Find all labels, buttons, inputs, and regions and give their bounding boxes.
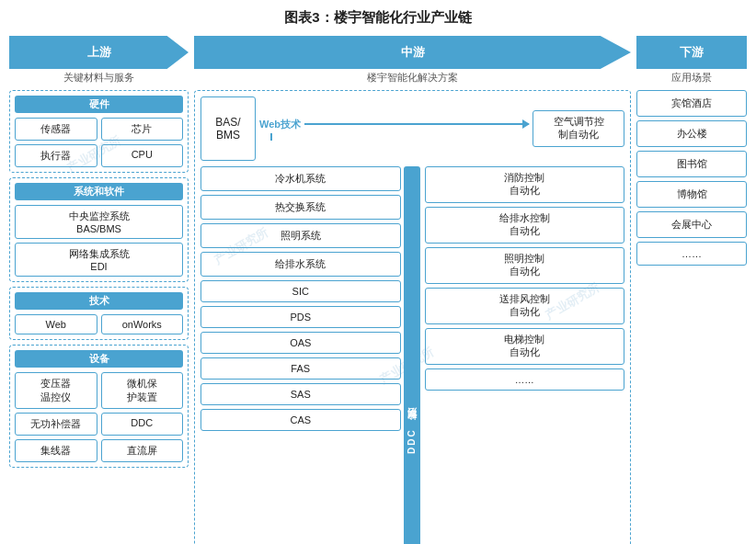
downstream-item-6: …… <box>636 242 747 266</box>
downstream-arrow: 下游 <box>636 36 747 69</box>
hardware-item-1: 传感器 <box>15 118 97 141</box>
equipment-box: 设备 变压器温控仪 微机保护装置 无功补偿器 DDC 集线器 直流屏 <box>9 345 189 468</box>
tech-box: 技术 Web onWorks <box>9 287 189 340</box>
tech-title: 技术 <box>15 292 183 310</box>
ddc-label: DDC控制层 <box>404 166 420 544</box>
midstream-subtitle: 楼宇智能化解决方案 <box>367 71 458 85</box>
ddc-wrapper: 冷水机系统 热交换系统 照明系统 给排水系统 SIC PDS OAS FAS S… <box>200 166 624 544</box>
out-item-4: 照明控制自动化 <box>425 247 625 284</box>
tech-item-1: Web <box>15 314 97 334</box>
hardware-item-3: 执行器 <box>15 144 97 167</box>
equipment-title: 设备 <box>15 350 183 368</box>
sys-item-2: 热交换系统 <box>200 195 401 220</box>
downstream-item-2: 办公楼 <box>636 120 747 147</box>
tech-item-2: onWorks <box>101 314 184 334</box>
outputs-list: 消防控制自动化 给排水控制自动化 照明控制自动化 送排风控制自动化 电梯控制自动… <box>425 166 625 544</box>
upstream-section: 上游 关键材料与服务 硬件 传感器 芯片 执行器 CPU 系统和软件 <box>9 36 189 544</box>
hardware-title: 硬件 <box>15 96 183 113</box>
equip-item-5: 集线器 <box>15 439 97 462</box>
sys-item-5: SIC <box>200 280 401 302</box>
downstream-section: 下游 应用场景 宾馆酒店 办公楼 图书馆 博物馆 会展中心 …… <box>636 36 747 544</box>
downstream-content: 宾馆酒店 办公楼 图书馆 博物馆 会展中心 …… <box>636 90 747 269</box>
hardware-grid: 传感器 芯片 执行器 CPU <box>15 118 183 167</box>
bas-bms-box: BAS/BMS <box>200 96 256 161</box>
hardware-item-2: 芯片 <box>101 118 184 141</box>
web-tech-label: Web技术 <box>259 118 301 131</box>
upstream-arrow: 上游 <box>9 36 189 69</box>
downstream-subtitle: 应用场景 <box>671 71 712 85</box>
equip-item-6: 直流屏 <box>101 439 184 462</box>
midstream-arrow: 中游 <box>194 36 631 69</box>
arrow-line <box>304 123 529 125</box>
downstream-item-5: 会展中心 <box>636 211 747 238</box>
upstream-subtitle: 关键材料与服务 <box>63 71 134 85</box>
equip-item-2: 微机保护装置 <box>101 372 184 409</box>
out-item-7: …… <box>425 368 625 391</box>
page-title: 图表3：楼宇智能化行业产业链 <box>9 9 747 27</box>
midstream-section: 中游 楼宇智能化解决方案 BAS/BMS Web技术 <box>189 36 636 544</box>
software-box: 系统和软件 中央监控系统BAS/BMS 网络集成系统EDI <box>9 177 189 282</box>
equipment-grid: 变压器温控仪 微机保护装置 无功补偿器 DDC 集线器 直流屏 <box>15 372 183 462</box>
software-item-1: 中央监控系统BAS/BMS <box>15 205 183 239</box>
out-item-2: 消防控制自动化 <box>425 166 625 203</box>
ddc-container: DDC控制层 <box>404 166 422 544</box>
out-item-5: 送排风控制自动化 <box>425 288 625 324</box>
connector-area <box>259 133 529 141</box>
downstream-item-3: 图书馆 <box>636 151 747 177</box>
downstream-item-4: 博物馆 <box>636 181 747 208</box>
midstream-content-box: BAS/BMS Web技术 <box>194 90 631 544</box>
connector-line <box>270 133 272 141</box>
systems-list: 冷水机系统 热交换系统 照明系统 给排水系统 SIC PDS OAS FAS S… <box>200 166 401 544</box>
upstream-label: 上游 <box>87 44 111 61</box>
downstream-item-1: 宾馆酒店 <box>636 90 747 117</box>
downstream-label: 下游 <box>680 44 704 61</box>
sys-item-7: OAS <box>200 332 401 354</box>
sys-item-6: PDS <box>200 306 401 328</box>
out-item-6: 电梯控制自动化 <box>425 328 625 365</box>
web-tech-arrow-row: Web技术 <box>259 118 529 131</box>
sys-item-1: 冷水机系统 <box>200 166 401 191</box>
web-tech-row: BAS/BMS Web技术 <box>200 96 624 161</box>
upstream-content: 硬件 传感器 芯片 执行器 CPU 系统和软件 中央监控系统BAS/BMS 网络… <box>9 90 189 472</box>
equip-item-3: 无功补偿器 <box>15 413 97 436</box>
midstream-label: 中游 <box>401 44 425 61</box>
equip-item-1: 变压器温控仪 <box>15 372 97 409</box>
software-title: 系统和软件 <box>15 183 183 200</box>
tech-grid: Web onWorks <box>15 314 183 334</box>
hardware-box: 硬件 传感器 芯片 执行器 CPU <box>9 90 189 173</box>
output-item-1: 空气调节控制自动化 <box>533 110 624 147</box>
sys-item-10: CAS <box>200 409 401 431</box>
sys-item-9: SAS <box>200 383 401 405</box>
out-item-3: 给排水控制自动化 <box>425 207 625 244</box>
sys-item-8: FAS <box>200 357 401 380</box>
equip-item-4: DDC <box>101 413 184 436</box>
sys-item-4: 给排水系统 <box>200 252 401 277</box>
hardware-item-4: CPU <box>101 144 184 167</box>
arrow-column: Web技术 <box>259 118 529 141</box>
sys-item-3: 照明系统 <box>200 223 401 248</box>
arrow-head <box>522 119 530 129</box>
software-item-2: 网络集成系统EDI <box>15 243 183 277</box>
